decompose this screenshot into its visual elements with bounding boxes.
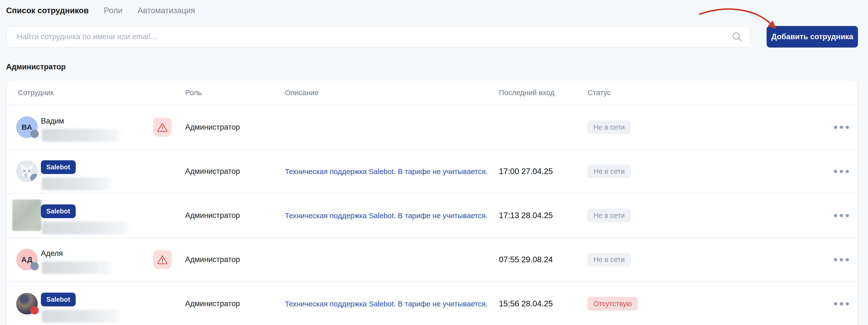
top-tabs: Список сотрудников Роли Автоматизация — [6, 6, 195, 15]
table-header: Сотрудник Роль Описание Последний вход С… — [7, 80, 858, 106]
avatar: ВА — [16, 116, 38, 138]
status-cell: Не в сети — [588, 238, 631, 282]
employee-cell: Вадим — [41, 106, 154, 149]
search-input[interactable] — [6, 26, 751, 48]
row-actions-button[interactable] — [832, 238, 851, 282]
table-body: ВАВадим АдминистраторНе в сети SalebotАд… — [7, 106, 858, 325]
employee-name: Аделя — [41, 249, 63, 258]
dots-menu-icon — [846, 126, 849, 129]
employee-row: ВАВадим АдминистраторНе в сети — [7, 106, 858, 149]
employee-cell: Аделя — [41, 238, 154, 282]
dots-menu-icon — [846, 170, 849, 173]
redacted-email — [42, 310, 121, 323]
section-title: Администратор — [6, 62, 66, 71]
header-role: Роль — [185, 80, 202, 105]
row-actions-button[interactable] — [832, 282, 851, 325]
tab-employee-list[interactable]: Список сотрудников — [6, 6, 89, 15]
status-cell: Не в сети — [588, 149, 631, 193]
redacted-email — [42, 261, 112, 274]
employee-cell: Salebot — [41, 149, 154, 193]
avatar — [12, 200, 41, 231]
add-employee-button[interactable]: Добавить сотрудника — [767, 26, 858, 48]
last-login: 15:56 28.04.25 — [499, 282, 553, 325]
description-text: Техническая поддержка Salebot. В тарифе … — [285, 194, 488, 237]
status-badge: Не в сети — [588, 209, 631, 222]
last-login: 17:00 27.04.25 — [499, 149, 553, 193]
employee-cell: Salebot — [41, 282, 154, 325]
status-badge: Не в сети — [588, 120, 631, 134]
status-badge: Не в сети — [588, 253, 631, 266]
avatar — [16, 160, 38, 182]
warning-icon — [153, 118, 172, 137]
avatar: АД — [16, 249, 38, 270]
dots-menu-icon — [846, 214, 849, 217]
role-cell: Администратор — [185, 106, 240, 149]
warning-triangle-icon — [156, 121, 168, 133]
salebot-badge: Salebot — [41, 293, 76, 306]
warning-icon — [153, 250, 172, 269]
row-actions-button[interactable] — [832, 194, 851, 237]
dots-menu-icon — [840, 302, 843, 305]
header-last-login: Последний вход — [499, 80, 555, 105]
role-cell: Администратор — [185, 238, 240, 282]
header-status: Статус — [588, 80, 611, 105]
employee-name: Вадим — [41, 117, 64, 125]
redacted-email — [42, 177, 113, 190]
tab-automation[interactable]: Автоматизация — [137, 6, 195, 15]
last-login: 07:55 29.08.24 — [499, 238, 553, 282]
status-cell: Не в сети — [588, 106, 631, 149]
status-cell: Не в сети — [588, 194, 631, 237]
status-badge: Отсутствую — [588, 297, 638, 311]
employees-table-card: Сотрудник Роль Описание Последний вход С… — [6, 80, 858, 325]
employee-row: АДАделя Администратор07:55 29.08.24Не в … — [7, 238, 858, 282]
presence-dot — [30, 306, 39, 315]
dots-menu-icon — [846, 302, 849, 305]
avatar — [16, 293, 38, 315]
header-description: Описание — [285, 80, 319, 105]
dots-menu-icon — [840, 258, 843, 261]
employees-page: Список сотрудников Роли Автоматизация До… — [0, 0, 868, 325]
tab-roles[interactable]: Роли — [104, 6, 122, 15]
dots-menu-icon — [834, 302, 837, 305]
dots-menu-icon — [834, 214, 837, 217]
presence-dot — [30, 262, 39, 270]
last-login: 17:13 28.04.25 — [499, 194, 553, 237]
search-icon — [732, 31, 742, 42]
dots-menu-icon — [840, 170, 843, 173]
row-actions-button[interactable] — [832, 106, 851, 149]
salebot-badge: Salebot — [41, 160, 76, 174]
dots-menu-icon — [846, 258, 849, 261]
description-text: Техническая поддержка Salebot. В тарифе … — [285, 282, 488, 325]
status-cell: Отсутствую — [588, 282, 638, 325]
dots-menu-icon — [834, 126, 837, 129]
dots-menu-icon — [834, 258, 837, 261]
role-cell: Администратор — [185, 149, 240, 193]
header-employee: Сотрудник — [18, 80, 54, 105]
dots-menu-icon — [840, 214, 843, 217]
redacted-email — [42, 129, 122, 142]
status-badge: Не в сети — [588, 165, 631, 178]
role-cell: Администратор — [185, 282, 240, 325]
warning-triangle-icon — [156, 254, 168, 265]
dots-menu-icon — [834, 170, 837, 173]
employee-row: SalebotАдминистраторТехническая поддержк… — [7, 149, 858, 194]
redacted-email — [42, 221, 130, 234]
search-bar — [6, 26, 751, 48]
row-actions-button[interactable] — [832, 149, 851, 193]
description-text: Техническая поддержка Salebot. В тарифе … — [285, 149, 488, 193]
employee-row: SalebotАдминистраторТехническая поддержк… — [7, 194, 858, 238]
presence-dot — [30, 174, 38, 182]
role-cell: Администратор — [185, 194, 240, 237]
salebot-badge: Salebot — [41, 204, 76, 218]
employee-row: SalebotАдминистраторТехническая поддержк… — [7, 282, 858, 325]
employee-cell: Salebot — [41, 194, 154, 237]
dots-menu-icon — [840, 126, 843, 129]
presence-dot — [30, 130, 39, 138]
